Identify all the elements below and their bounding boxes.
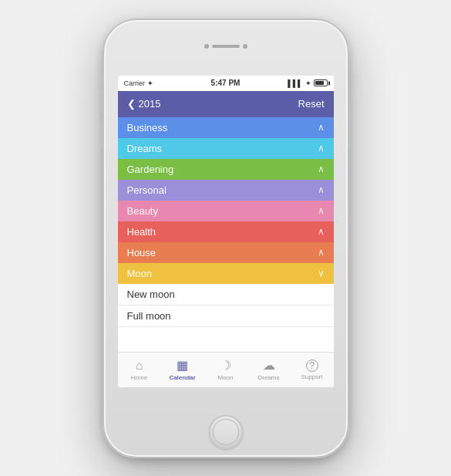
sub-item-full-moon[interactable]: Full moon: [118, 306, 334, 327]
time-label: 5:47 PM: [211, 79, 241, 87]
mute-button: [101, 73, 104, 86]
sub-item-label-full-moon: Full moon: [127, 310, 171, 322]
category-item-health[interactable]: Health ∧: [118, 221, 334, 242]
chevron-up-icon-business: ∧: [318, 122, 325, 133]
category-item-personal[interactable]: Personal ∧: [118, 180, 334, 201]
category-item-moon[interactable]: Moon ∨: [118, 263, 334, 284]
moon-tab-icon: ☽: [220, 358, 231, 373]
chevron-left-icon: ❮: [127, 98, 136, 110]
category-item-dreams[interactable]: Dreams ∧: [118, 138, 334, 159]
category-label-business: Business: [127, 122, 168, 133]
dreams-tab-label: Dreams: [257, 374, 279, 381]
chevron-up-icon-health: ∧: [318, 226, 325, 237]
volume-down-button: [101, 122, 104, 148]
category-label-beauty: Beauty: [127, 205, 158, 217]
chevron-up-icon-gardening: ∧: [318, 164, 325, 174]
wifi-icon: ✦: [305, 79, 311, 87]
support-tab-label: Support: [301, 373, 322, 380]
signal-icon: ▌▌▌: [288, 79, 302, 87]
home-button[interactable]: [209, 415, 243, 449]
category-item-house[interactable]: House ∧: [118, 242, 334, 263]
home-button-inner: [213, 419, 239, 445]
volume-up-button: [101, 89, 104, 116]
carrier-label: Carrier ✦: [124, 79, 153, 87]
battery-fill: [315, 81, 324, 85]
navigation-bar: ❮ 2015 Reset: [118, 91, 334, 117]
chevron-up-icon-house: ∧: [318, 247, 325, 258]
chevron-up-icon-personal: ∧: [318, 184, 325, 195]
earpiece-speaker: [212, 45, 240, 48]
tab-calendar[interactable]: ▦ Calendar: [161, 353, 204, 387]
home-tab-label: Home: [131, 374, 147, 381]
category-label-house: House: [127, 247, 157, 258]
notch-area: [203, 42, 249, 51]
calendar-tab-icon: ▦: [177, 358, 188, 373]
screen: Carrier ✦ 5:47 PM ▌▌▌ ✦ ❮ 2015: [118, 76, 334, 387]
moon-tab-label: Moon: [217, 374, 233, 381]
status-bar: Carrier ✦ 5:47 PM ▌▌▌ ✦: [118, 76, 334, 91]
support-tab-icon: ?: [306, 360, 318, 372]
tab-moon[interactable]: ☽ Moon: [204, 353, 247, 387]
back-button[interactable]: ❮ 2015: [127, 98, 161, 110]
category-item-business[interactable]: Business ∧: [118, 117, 334, 138]
screen-content: Carrier ✦ 5:47 PM ▌▌▌ ✦ ❮ 2015: [118, 76, 334, 387]
sensor: [243, 44, 247, 49]
category-label-dreams: Dreams: [127, 143, 163, 154]
chevron-up-icon-beauty: ∧: [318, 205, 325, 216]
battery-icon: [314, 79, 328, 86]
sub-item-label-new-moon: New moon: [127, 289, 175, 300]
home-tab-icon: ⌂: [136, 359, 143, 373]
phone-mockup: Carrier ✦ 5:47 PM ▌▌▌ ✦ ❮ 2015: [103, 19, 349, 458]
chevron-down-icon-moon: ∨: [318, 268, 325, 279]
category-item-beauty[interactable]: Beauty ∧: [118, 201, 334, 221]
nav-year-label: 2015: [139, 98, 161, 110]
dreams-tab-icon: ☁: [263, 358, 275, 373]
tab-dreams[interactable]: ☁ Dreams: [247, 353, 291, 387]
tab-bar: ⌂ Home ▦ Calendar ☽ Moon ☁ Dreams: [118, 352, 334, 387]
calendar-tab-label: Calendar: [169, 374, 195, 381]
category-item-gardening[interactable]: Gardening ∧: [118, 159, 334, 180]
chevron-up-icon-dreams: ∧: [318, 143, 325, 154]
power-button: [348, 105, 351, 148]
category-label-moon: Moon: [127, 268, 153, 279]
sub-item-new-moon[interactable]: New moon: [118, 284, 334, 306]
category-list: Business ∧ Dreams ∧ Gardening ∧ Personal…: [118, 117, 334, 387]
category-label-gardening: Gardening: [127, 164, 174, 175]
status-right-icons: ▌▌▌ ✦: [288, 79, 327, 87]
reset-button[interactable]: Reset: [298, 98, 325, 110]
category-label-personal: Personal: [127, 184, 167, 196]
tab-support[interactable]: ? Support: [291, 353, 334, 387]
phone-shell: Carrier ✦ 5:47 PM ▌▌▌ ✦ ❮ 2015: [103, 19, 349, 458]
front-camera: [204, 44, 209, 49]
tab-home[interactable]: ⌂ Home: [118, 353, 161, 387]
category-label-health: Health: [127, 226, 157, 238]
